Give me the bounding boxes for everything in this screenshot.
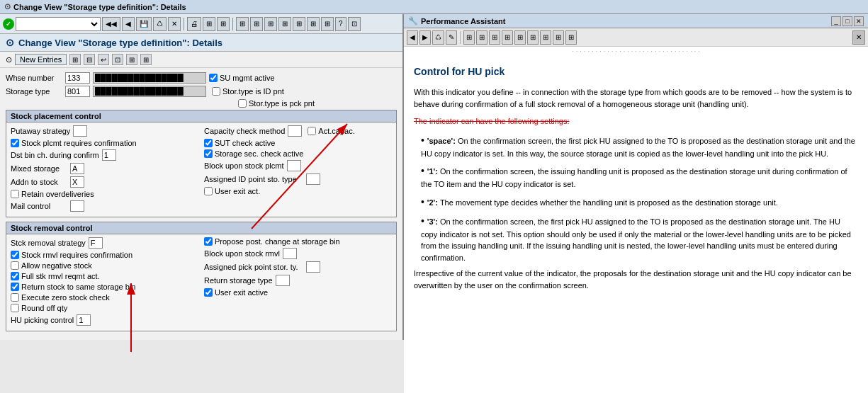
- return-stock-checkbox[interactable]: [11, 283, 19, 291]
- pa-item-1-text: On the confirmation screen, the issuing …: [421, 167, 847, 188]
- toolbar-btn7[interactable]: ⊞: [278, 17, 291, 31]
- capacity-input[interactable]: [288, 125, 302, 137]
- pa-btn10[interactable]: ⊞: [553, 30, 564, 45]
- toolbar-customize[interactable]: ⊡: [348, 17, 361, 31]
- pa-btn8[interactable]: ⊞: [527, 30, 539, 45]
- toolbar-btn3[interactable]: ⊞: [217, 17, 230, 31]
- user-exit-checkbox-label[interactable]: User exit act.: [204, 187, 260, 195]
- mail-control-input[interactable]: [70, 200, 84, 212]
- stock-plcmt-checkbox-label[interactable]: Stock plcmt requires confirmation: [11, 139, 137, 147]
- undo-btn[interactable]: ↩: [98, 54, 109, 65]
- sut-check-checkbox[interactable]: [204, 139, 213, 147]
- block-plcmt-input[interactable]: [287, 160, 301, 171]
- stor-type-id-checkbox[interactable]: [212, 87, 220, 96]
- toolbar-btn4[interactable]: ⊞: [236, 17, 249, 31]
- pa-edit-btn[interactable]: ✎: [446, 30, 457, 45]
- allow-neg-checkbox-label[interactable]: Allow negative stock: [11, 261, 92, 270]
- pa-back-btn[interactable]: ◀: [407, 30, 418, 45]
- move-btn[interactable]: ⊡: [112, 54, 123, 65]
- toolbar-btn10[interactable]: ⊞: [321, 17, 334, 31]
- stock-plcmt-checkbox[interactable]: [11, 139, 19, 147]
- toolbar-cancel[interactable]: ✕: [168, 17, 181, 31]
- pa-btn6[interactable]: ⊞: [502, 30, 513, 45]
- pa-close-toolbar-btn[interactable]: ✕: [852, 30, 865, 45]
- toolbar-btn8[interactable]: ⊞: [293, 17, 305, 31]
- return-stock-checkbox-label[interactable]: Return stock to same storage bin: [11, 283, 135, 291]
- block-rmvl-input[interactable]: [283, 248, 297, 259]
- su-mgmt-checkbox-label[interactable]: SU mgmt active: [209, 74, 275, 82]
- new-entries-button[interactable]: New Entries: [15, 54, 67, 65]
- toolbar-btn2[interactable]: ⊞: [203, 17, 215, 31]
- pa-btn4[interactable]: ⊞: [476, 30, 487, 45]
- allow-neg-label: Allow negative stock: [21, 261, 92, 270]
- pa-dots-separator: · · · · · · · · · · · · · · · · · · · · …: [404, 47, 868, 56]
- pa-refresh-btn[interactable]: ♺: [432, 30, 444, 45]
- toolbar-refresh[interactable]: ♺: [153, 17, 167, 31]
- stor-sec-row: Storage sec. check active: [204, 149, 392, 158]
- stor-type-pck-checkbox[interactable]: [238, 99, 247, 108]
- stor-type-id-checkbox-label[interactable]: Stor.type is ID pnt: [212, 87, 284, 96]
- full-stk-checkbox-label[interactable]: Full stk rmvl reqmt act.: [11, 272, 100, 280]
- exec-zero-checkbox[interactable]: [11, 293, 19, 302]
- assigned-pick-input[interactable]: [306, 261, 320, 273]
- stor-sec-checkbox-label[interactable]: Storage sec. check active: [204, 149, 303, 158]
- toolbar-btn6[interactable]: ⊞: [264, 17, 277, 31]
- toolbar-btn5[interactable]: ⊞: [250, 17, 263, 31]
- storage-type-name-input[interactable]: [93, 86, 206, 97]
- pa-close-btn[interactable]: ✕: [854, 16, 864, 26]
- capacity-row: Capacity check method Act.capac.: [204, 125, 392, 137]
- hu-pick-input[interactable]: [77, 314, 91, 326]
- pa-minimize-btn[interactable]: _: [831, 16, 841, 26]
- propose-post-checkbox[interactable]: [204, 237, 213, 246]
- user-exit-checkbox[interactable]: [204, 187, 213, 195]
- full-stk-checkbox[interactable]: [11, 272, 19, 280]
- pa-forward-btn[interactable]: ▶: [419, 30, 431, 45]
- toolbar-save[interactable]: 💾: [136, 17, 152, 31]
- toolbar-nav-prev[interactable]: ◀: [122, 17, 135, 31]
- whse-number-input[interactable]: [65, 72, 90, 84]
- dst-bin-input[interactable]: [102, 149, 116, 161]
- addn-stock-input[interactable]: [70, 176, 84, 188]
- copy-btn[interactable]: ⊞: [69, 54, 81, 65]
- toolbar-print[interactable]: 🖨: [187, 17, 201, 31]
- user-exit-active-checkbox[interactable]: [204, 288, 213, 297]
- delete-btn[interactable]: ⊟: [84, 54, 95, 65]
- su-mgmt-checkbox[interactable]: [209, 74, 218, 82]
- putaway-input[interactable]: [73, 125, 87, 137]
- toolbar-nav-first[interactable]: ◀◀: [102, 17, 120, 31]
- toolbar-help[interactable]: ?: [335, 17, 346, 31]
- su-mgmt-label: SU mgmt active: [220, 74, 275, 82]
- btn6[interactable]: ⊞: [140, 54, 152, 65]
- toolbar-btn9[interactable]: ⊞: [307, 17, 320, 31]
- round-off-checkbox[interactable]: [11, 304, 19, 312]
- whse-name-input[interactable]: [93, 72, 206, 84]
- pa-btn11[interactable]: ⊞: [565, 30, 577, 45]
- retain-over-checkbox[interactable]: [11, 190, 19, 198]
- allow-neg-checkbox[interactable]: [11, 261, 19, 270]
- stor-sec-checkbox[interactable]: [204, 149, 213, 158]
- exec-zero-checkbox-label[interactable]: Execute zero stock check: [11, 293, 110, 302]
- stck-removal-strategy-input[interactable]: [89, 237, 103, 249]
- pa-btn3[interactable]: ⊞: [463, 30, 475, 45]
- round-off-checkbox-label[interactable]: Round off qty: [11, 304, 67, 312]
- user-exit-active-checkbox-label[interactable]: User exit active: [204, 288, 268, 297]
- retain-over-checkbox-label[interactable]: Retain overdeliveries: [11, 190, 94, 198]
- pa-maximize-btn[interactable]: □: [842, 16, 852, 26]
- act-capac-checkbox[interactable]: [308, 127, 316, 135]
- btn5[interactable]: ⊞: [126, 54, 137, 65]
- act-capac-checkbox-label[interactable]: Act.capac.: [308, 127, 354, 135]
- stor-type-pck-checkbox-label[interactable]: Stor.type is pck pnt: [238, 99, 315, 108]
- pa-btn7[interactable]: ⊞: [514, 30, 526, 45]
- storage-type-input[interactable]: [65, 86, 90, 97]
- pa-btn5[interactable]: ⊞: [489, 30, 500, 45]
- stk-rmvl-confirm-checkbox[interactable]: [11, 251, 19, 259]
- pa-btn9[interactable]: ⊞: [540, 30, 551, 45]
- stk-rmvl-confirm-label[interactable]: Stock rmvl requires confirmation: [11, 251, 133, 259]
- mixed-storage-input[interactable]: [70, 163, 84, 174]
- propose-post-checkbox-label[interactable]: Propose post. change at storage bin: [204, 237, 340, 246]
- sut-check-checkbox-label[interactable]: SUT check active: [204, 139, 275, 147]
- return-stor-input[interactable]: [276, 275, 290, 286]
- toolbar-select[interactable]: [16, 17, 101, 31]
- assigned-id-input[interactable]: [306, 173, 320, 185]
- user-exit-label: User exit act.: [215, 187, 260, 195]
